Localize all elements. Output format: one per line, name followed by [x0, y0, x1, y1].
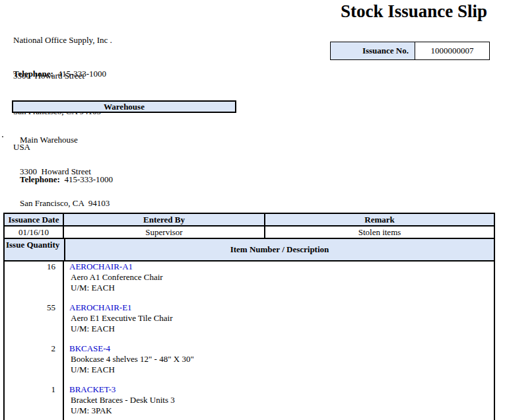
col-header-issuance-date: Issuance Date: [5, 214, 64, 225]
item-qty: 2: [5, 343, 63, 375]
col-header-remark: Remark: [265, 214, 494, 225]
info-header-row: Issuance Date Entered By Remark: [5, 214, 494, 227]
item-description: Aero E1 Executive Tile Chair: [69, 313, 173, 324]
item-code-link[interactable]: AEROCHAIR-A1: [69, 262, 133, 272]
item-description: Aero A1 Conference Chair: [69, 272, 163, 283]
company-telephone: Telephone: 415-333-1000: [13, 69, 106, 79]
entered-by-value: Supervisor: [64, 227, 265, 238]
warehouse-header-bar: Warehouse: [12, 100, 236, 113]
quantity-column-divider: [63, 262, 64, 420]
item-uom: U/M: EACH: [69, 365, 194, 375]
item-qty: 55: [5, 302, 63, 334]
item-description: Bracket Braces - Desk Units 3: [69, 395, 175, 405]
remark-value: Stolen items: [265, 227, 494, 238]
items-body: 16 AEROCHAIR-A1 Aero A1 Conference Chair…: [5, 262, 494, 420]
issuance-no-label: Issuance No.: [331, 42, 415, 59]
issuance-date-value: 01/16/10: [5, 227, 64, 238]
warehouse-telephone: Telephone: 415-333-1000: [20, 174, 113, 185]
warehouse-name: Main Warehouse: [20, 135, 110, 145]
item-description: Bookcase 4 shelves 12" - 48" X 30": [69, 354, 194, 365]
col-header-item-number-description: Item Number / Description: [65, 239, 494, 260]
info-value-row: 01/16/10 Supervisor Stolen items: [5, 227, 494, 239]
issuance-number-box: Issuance No. 1000000007: [330, 42, 490, 60]
items-header-row: Issue Quantity Item Number / Description: [5, 239, 494, 262]
issuance-details-table: Issuance Date Entered By Remark 01/16/10…: [3, 213, 495, 420]
item-code-link[interactable]: AEROCHAIR-E1: [69, 302, 132, 313]
company-name: National Office Supply, Inc .: [13, 34, 112, 46]
warehouse-city: San Francisco, CA 94103: [20, 198, 110, 209]
issuance-no-value: 1000000007: [415, 42, 489, 59]
warehouse-telephone-number: 415-333-1000: [64, 174, 113, 184]
item-uom: U/M: EACH: [69, 324, 173, 334]
page-title: Stock Issuance Slip: [341, 1, 487, 22]
item-qty: 1: [5, 384, 63, 416]
item-uom: U/M: EACH: [69, 283, 163, 293]
company-telephone-label: Telephone:: [13, 69, 53, 79]
item-row: 1 BRACKET-3 Bracket Braces - Desk Units …: [5, 384, 494, 416]
warehouse-telephone-label: Telephone:: [20, 174, 60, 184]
item-uom: U/M: 3PAK: [69, 405, 175, 416]
item-row: 55 AEROCHAIR-E1 Aero E1 Executive Tile C…: [5, 302, 494, 334]
item-qty: 16: [5, 262, 63, 293]
item-row: 2 BKCASE-4 Bookcase 4 shelves 12" - 48" …: [5, 343, 494, 375]
item-code-link[interactable]: BKCASE-4: [69, 343, 110, 354]
col-header-entered-by: Entered By: [64, 214, 265, 225]
item-row: 16 AEROCHAIR-A1 Aero A1 Conference Chair…: [5, 262, 494, 293]
item-code-link[interactable]: BRACKET-3: [69, 384, 116, 395]
company-telephone-number: 415-333-1000: [57, 69, 106, 79]
col-header-issue-quantity: Issue Quantity: [5, 239, 65, 260]
stray-mark: [2, 136, 3, 137]
